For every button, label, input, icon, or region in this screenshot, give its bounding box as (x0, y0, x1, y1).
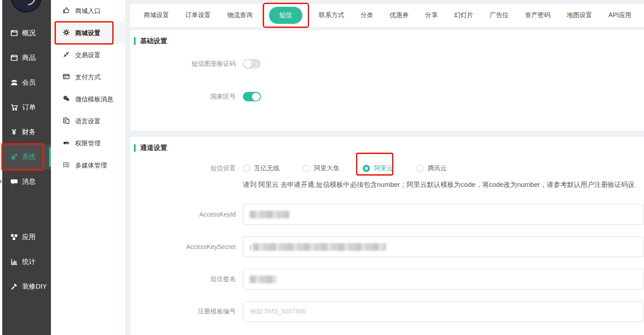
tab-contact[interactable]: 联系方式 (319, 11, 344, 19)
basic-settings-panel: 基础设置 短信图形验证码 国家区号 (130, 30, 644, 131)
sidebar-item-system[interactable]: 系统 (2, 145, 51, 169)
sidebar-item-diy[interactable]: 装修DIY (2, 274, 51, 299)
sms-captcha-toggle[interactable] (243, 59, 261, 68)
toggle-knob (252, 93, 260, 101)
submenu-item-label: 多媒体管理 (75, 162, 107, 170)
submenu-item-payment[interactable]: 支付方式 (51, 66, 125, 88)
radio-ali-dayu[interactable]: 阿里大鱼 (303, 164, 339, 172)
sidebar-item-label: 统计 (22, 258, 36, 266)
radio-label: 腾讯云 (428, 164, 447, 172)
sms-sign-input[interactable] (243, 269, 644, 290)
submenu-item-mall-settings[interactable]: 商城设置 (51, 22, 125, 44)
tab-category[interactable]: 分类 (361, 11, 373, 19)
submenu-item-wechat-template[interactable]: 微信模板消息 (51, 88, 125, 110)
tab-asset-password[interactable]: 资产密码 (525, 11, 550, 19)
finance-icon: ¥ (10, 128, 18, 136)
redacted-value (250, 276, 277, 283)
sms-captcha-row: 短信图形验证码 (130, 59, 644, 68)
submenu-item-label: 商城设置 (75, 29, 100, 37)
gear-icon (63, 29, 70, 37)
submenu-item-mall-entrance[interactable]: 商城入口 (51, 0, 125, 22)
tab-coupon[interactable]: 优惠券 (390, 11, 409, 19)
submenu-item-media[interactable]: 多媒体管理 (51, 154, 125, 177)
sidebar-item-stats[interactable]: 统计 (2, 249, 51, 274)
overview-icon (10, 29, 18, 37)
sidebar-item-label: 系统 (22, 153, 36, 161)
tab-map-settings[interactable]: 地图设置 (567, 11, 592, 19)
thumb-up-icon (63, 7, 70, 15)
channel-settings-panel: 通道设置 短信设置 互亿无线 阿里大鱼 阿里云 (130, 137, 644, 335)
sidebar-item-label: 概况 (22, 29, 36, 37)
register-template-label: 注册模板编号 (130, 308, 236, 316)
section-title-text: 基础设置 (140, 37, 167, 45)
permission-icon (63, 139, 70, 148)
tab-share[interactable]: 分享 (425, 11, 438, 19)
sidebar-item-label: 消息 (22, 177, 36, 186)
sidebar-item-orders[interactable]: 订单 (2, 95, 51, 120)
tab-sms[interactable]: 短信 (269, 7, 302, 24)
sidebar-item-label: 会员 (22, 78, 36, 87)
section-accent-bar (134, 37, 136, 45)
tab-slideshow[interactable]: 幻灯片 (454, 11, 473, 19)
admin-page: 概况 商品 会员 订单 ¥ 财务 (0, 0, 644, 335)
accesskeysecret-input[interactable]: ( (243, 236, 644, 257)
list-icon (63, 161, 70, 170)
sms-provider-row: 短信设置 互亿无线 阿里大鱼 阿里云 (130, 164, 644, 172)
sidebar-item-label: 装修DIY (22, 282, 47, 291)
sidebar-item-overview[interactable]: 概况 (2, 21, 51, 45)
submenu-item-trade-settings[interactable]: 交易设置 (51, 44, 125, 66)
submenu-item-label: 语言设置 (75, 118, 100, 126)
sidebar-item-members[interactable]: 会员 (2, 70, 51, 95)
credit-card-icon (63, 73, 70, 81)
message-icon (10, 178, 18, 186)
tab-api-app[interactable]: API应用 (608, 11, 631, 19)
tab-logistics-query[interactable]: 物流查询 (227, 11, 252, 19)
register-template-row: 注册模板编号 例如:SMS_5057806 (130, 301, 644, 322)
sidebar-item-finance[interactable]: ¥ 财务 (2, 120, 51, 145)
channel-settings-title: 通道设置 (130, 137, 644, 152)
submenu-item-language[interactable]: 语言设置 (51, 110, 125, 132)
country-code-row: 国家区号 (130, 92, 644, 101)
submenu-item-permission[interactable]: 权限管理 (51, 132, 125, 154)
tab-order-settings[interactable]: 订单设置 (186, 11, 211, 19)
submenu-item-label: 权限管理 (75, 140, 100, 148)
sms-provider-radio-group: 互亿无线 阿里大鱼 阿里云 腾讯云 (243, 164, 447, 172)
sidebar-item-messages[interactable]: 消息 (2, 169, 51, 194)
radio-icon (243, 165, 250, 172)
sidebar-item-label: 订单 (22, 103, 36, 112)
members-icon (10, 79, 18, 87)
sms-captcha-label: 短信图形验证码 (130, 60, 236, 68)
tab-ad-slot[interactable]: 广告位 (489, 11, 508, 19)
sidebar-item-apps[interactable]: 应用 (2, 225, 51, 249)
system-gears-icon (10, 153, 18, 161)
section-accent-bar (134, 144, 136, 152)
aliyun-help-text: 请到 阿里云 去申请开通,短信模板中必须包含number；阿里云默认模板为cod… (243, 181, 644, 189)
sidebar-item-label: 商品 (22, 54, 36, 62)
orders-icon (10, 104, 18, 112)
sidebar-item-label: 应用 (22, 233, 36, 241)
trade-arrows-icon (63, 51, 70, 59)
submenu-item-label: 支付方式 (75, 73, 100, 81)
radio-aliyun[interactable]: 阿里云 (363, 164, 393, 172)
accesskeysecret-row: AccessKeySecret ( (130, 236, 644, 257)
accesskeyid-row: AccessKeyId (130, 204, 644, 225)
panel-gap (130, 131, 644, 137)
radio-tencent-cloud[interactable]: 腾讯云 (416, 164, 447, 172)
sidebar-item-goods[interactable]: 商品 (2, 45, 51, 70)
accesskeyid-label: AccessKeyId (130, 211, 236, 218)
submenu-item-label: 交易设置 (75, 51, 100, 59)
tab-mall-settings[interactable]: 商城设置 (144, 11, 169, 19)
radio-label: 互亿无线 (254, 164, 279, 172)
accesskeyid-input[interactable] (243, 204, 644, 225)
register-template-input[interactable]: 例如:SMS_5057806 (243, 301, 644, 322)
radio-icon (416, 165, 424, 172)
settings-tabbar: 商城设置 订单设置 物流查询 短信 联系方式 分类 优惠券 分享 幻灯片 广告位… (130, 4, 644, 27)
placeholder-text: 例如:SMS_5057806 (250, 308, 306, 316)
radio-huyi-wireless[interactable]: 互亿无线 (243, 164, 279, 172)
main-content: 商城设置 订单设置 物流查询 短信 联系方式 分类 优惠券 分享 幻灯片 广告位… (125, 0, 644, 335)
country-code-toggle[interactable] (243, 92, 261, 101)
secret-prefix-char: ( (250, 244, 251, 250)
main-sidebar: 概况 商品 会员 订单 ¥ 财务 (2, 0, 51, 335)
hammer-icon (10, 283, 18, 291)
submenu-item-label: 商城入口 (75, 7, 100, 15)
